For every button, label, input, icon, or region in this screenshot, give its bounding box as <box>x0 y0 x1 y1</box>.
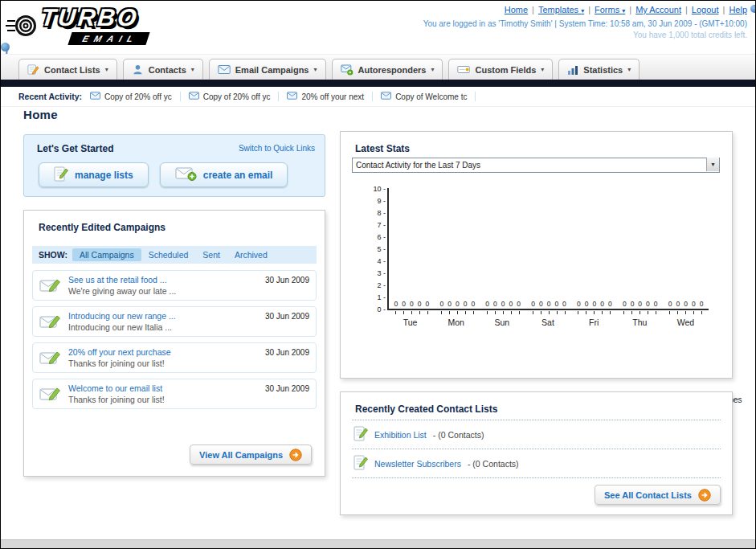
value-label: 0 <box>692 300 696 308</box>
x-tick-marks <box>617 311 663 314</box>
see-all-contact-lists-button[interactable]: See All Contact Lists <box>595 485 721 505</box>
swirl-logo-icon <box>6 10 38 47</box>
value-label: 0 <box>638 300 642 308</box>
see-all-label: See All Contact Lists <box>604 490 692 500</box>
campaign-subtitle: Thanks for joining our list! <box>68 358 309 368</box>
value-label: 0 <box>676 300 680 308</box>
x-tick-label: Thu <box>617 318 663 327</box>
top-nav-home[interactable]: Home <box>505 5 528 14</box>
value-label: 0 <box>554 300 558 308</box>
filter-archived[interactable]: Archived <box>227 248 275 261</box>
recent-activity-item[interactable]: 20% off your next <box>279 92 373 101</box>
decorative-dot-icon <box>750 5 756 13</box>
y-tick-label: 6 - <box>377 233 386 241</box>
logo-text: TURBO EMAIL <box>41 5 148 45</box>
chart-group: 00000 <box>617 188 663 309</box>
y-tick-label: 5 - <box>377 245 386 253</box>
recent-activity-item-label: Copy of Welcome tc <box>395 92 467 101</box>
nav-separator: | <box>588 5 590 14</box>
y-tick-label: 7 - <box>377 221 386 229</box>
contact-list-count: - (0 Contacts) <box>468 459 519 469</box>
tab-label: Email Campaigns <box>235 65 309 75</box>
y-tick-label: 10 - <box>373 185 386 193</box>
recent-activity-item-label: 20% off your next <box>301 92 364 101</box>
value-label: 0 <box>593 300 597 308</box>
autoresponder-icon <box>341 64 353 76</box>
chart-group: 00000 <box>663 188 709 309</box>
value-labels: 00000 <box>435 300 480 308</box>
filter-all-campaigns[interactable]: All Campaigns <box>72 248 141 261</box>
value-label: 0 <box>547 300 551 308</box>
x-tick-label: Mon <box>433 318 479 327</box>
campaign-items: See us at the retail food ...We're givin… <box>32 270 317 415</box>
user-icon <box>132 64 144 76</box>
button-label: manage lists <box>75 170 133 181</box>
chevron-down-icon: ▾ <box>313 66 317 73</box>
recent-activity-item[interactable]: Copy of 20% off yc <box>181 92 280 101</box>
campaign-filters: All CampaignsScheduledSentArchived <box>72 248 275 261</box>
create-an-email-button[interactable]: create an email <box>160 162 288 187</box>
stats-panel-title: Latest Stats <box>355 143 410 154</box>
value-label: 0 <box>447 300 452 308</box>
campaign-row[interactable]: Welcome to our email listThanks for join… <box>32 379 317 409</box>
switch-quick-links-link[interactable]: Switch to Quick Links <box>239 144 315 153</box>
value-label: 0 <box>668 300 672 308</box>
value-labels: 00000 <box>480 300 526 308</box>
stats-period-select[interactable]: Contact Activity for the Last 7 Days <box>352 158 720 173</box>
y-tick-label: 8 - <box>377 209 386 217</box>
recent-activity-title: Recent Activity: <box>18 92 82 101</box>
manage-lists-button[interactable]: manage lists <box>39 162 149 187</box>
chart-group: 00000 <box>480 188 526 309</box>
value-label: 0 <box>402 300 406 308</box>
top-nav-logout[interactable]: Logout <box>692 5 719 14</box>
recent-activity-item[interactable]: Copy of Welcome tc <box>373 92 476 101</box>
logo-title: TURBO <box>39 5 149 31</box>
campaign-subtitle: Introducing our new Italia ... <box>68 322 309 332</box>
get-started-buttons: manage listscreate an email <box>39 162 288 187</box>
x-tick-label: Sun <box>479 318 525 327</box>
x-tick-marks <box>571 311 617 314</box>
contact-list-link[interactable]: Exhibition List <box>374 430 427 440</box>
value-label: 0 <box>684 300 688 308</box>
top-nav-forms[interactable]: Forms ▾ <box>595 5 625 14</box>
campaign-filter-bar: SHOW: All CampaignsScheduledSentArchived <box>32 246 317 264</box>
y-tick-label: 2 - <box>377 281 386 289</box>
value-label: 0 <box>464 300 468 308</box>
view-all-campaigns-button[interactable]: View All Campaigns <box>190 445 312 465</box>
filter-sent[interactable]: Sent <box>195 248 227 261</box>
turbo-email-dashboard: TURBO EMAIL Home|Templates ▾|Forms ▾|My … <box>0 0 756 549</box>
envelope-icon <box>381 92 391 101</box>
page-title: Home <box>23 108 58 121</box>
tab-contact-lists[interactable]: Contact Lists▾ <box>18 59 117 80</box>
campaign-subtitle: We're giving away our late ... <box>68 286 309 296</box>
chevron-down-icon: ▾ <box>105 66 108 73</box>
value-label: 0 <box>410 300 414 308</box>
chart-plot: 00000000000000000000000000000000000 <box>387 188 709 310</box>
list-pencil-icon <box>353 425 368 444</box>
chevron-down-icon: ▾ <box>541 66 544 73</box>
campaign-row[interactable]: Introducing our new range ...Introducing… <box>32 306 317 337</box>
tab-label: Statistics <box>583 65 623 75</box>
tab-custom-fields[interactable]: Custom Fields▾ <box>448 59 553 80</box>
value-label: 0 <box>531 300 535 308</box>
value-label: 0 <box>608 300 612 308</box>
list-pencil-icon <box>353 454 368 473</box>
pencil-list-icon <box>27 64 39 76</box>
top-nav-help[interactable]: Help <box>729 5 747 14</box>
recent-activity-item[interactable]: Copy of 20% off yc <box>90 92 181 101</box>
tab-autoresponders[interactable]: Autoresponders▾ <box>332 59 443 80</box>
get-started-title: Let's Get Started <box>37 143 114 154</box>
campaign-row[interactable]: See us at the retail food ...We're givin… <box>32 270 317 301</box>
main-nav: Contact Lists▾Contacts▾Email Campaigns▾A… <box>18 59 640 80</box>
top-nav-my-account[interactable]: My Account <box>635 5 681 14</box>
filter-scheduled[interactable]: Scheduled <box>141 248 196 261</box>
tab-contacts[interactable]: Contacts▾ <box>123 59 203 80</box>
tab-statistics[interactable]: Statistics▾ <box>558 59 640 80</box>
tab-email-campaigns[interactable]: Email Campaigns▾ <box>209 59 326 80</box>
value-label: 0 <box>493 300 497 308</box>
envelope-icon <box>189 92 199 101</box>
y-tick-label: 0 - <box>377 305 386 313</box>
top-nav-templates[interactable]: Templates ▾ <box>538 5 584 14</box>
campaign-row[interactable]: 20% off your next purchaseThanks for joi… <box>32 342 317 373</box>
contact-list-link[interactable]: Newsletter Subscribers <box>374 459 461 469</box>
